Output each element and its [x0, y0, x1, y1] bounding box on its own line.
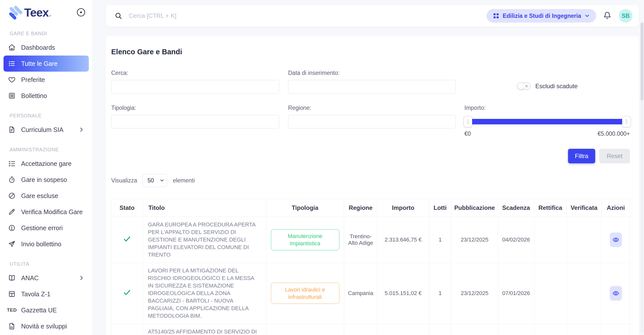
- filter-escludi: ✕ Escludi scadute: [464, 70, 630, 93]
- sidebar-item-gare-in-sospeso[interactable]: Gare in sospeso: [4, 172, 89, 188]
- filter-importo: Importo: €0 €5.000.000+: [464, 105, 630, 137]
- workspace-selector[interactable]: Edilizia e Studi di Ingegneria: [487, 9, 596, 23]
- pencil-icon: [8, 208, 16, 216]
- sidebar-item-invio-bollettino[interactable]: Invio bollettino: [4, 236, 89, 252]
- sidebar-item-gare-escluse[interactable]: Gare escluse: [4, 188, 89, 204]
- regione-cell: Campania: [344, 263, 377, 324]
- importo-cell: 2.313.646,75 €: [377, 217, 429, 263]
- notifications-button[interactable]: [603, 12, 611, 20]
- reset-button[interactable]: Reset: [599, 149, 630, 163]
- data-input[interactable]: [288, 80, 456, 93]
- sidebar-item-label: Bollettino: [21, 92, 47, 100]
- sidebar-item-dashboards[interactable]: Dashboards: [4, 39, 89, 56]
- column-header-pubblicazione: Pubblicazione: [451, 199, 498, 217]
- slider-track[interactable]: [464, 119, 630, 124]
- sidebar-item-novit-e-sviluppi[interactable]: Novità e sviluppi: [4, 318, 89, 334]
- sidebar-item-label: Gestione errori: [21, 224, 63, 232]
- workspace-label: Edilizia e Studi di Ingegneria: [503, 13, 581, 19]
- tipologia-input[interactable]: [111, 115, 279, 128]
- sidebar-item-label: Gazzetta UE: [21, 307, 57, 314]
- sidebar-item-label: Tutte le Gare: [21, 60, 58, 67]
- view-gara-button[interactable]: [610, 286, 622, 301]
- sidebar-item-verifica-modifica-gare[interactable]: Verifica Modifica Gare: [4, 204, 89, 220]
- filter-cerca: Cerca:: [111, 70, 279, 93]
- section-label-utilit: UTILITÀ: [10, 261, 89, 267]
- cerca-input[interactable]: [111, 80, 279, 93]
- filter-tipologia: Tipologia:: [111, 105, 279, 137]
- file-text-icon: [8, 126, 16, 133]
- sidebar-item-anac[interactable]: ANAC: [4, 270, 89, 286]
- sidebar-item-tavola-z-1[interactable]: Tavola Z-1: [4, 286, 89, 302]
- regione-input[interactable]: [288, 115, 456, 128]
- column-header-lotti: Lotti: [429, 199, 451, 217]
- lotti-cell: 1: [429, 324, 451, 335]
- filtra-button[interactable]: Filtra: [568, 149, 595, 163]
- sidebar-item-tutte-le-gare[interactable]: Tutte le Gare: [4, 56, 89, 72]
- sidebar-item-gestione-errori[interactable]: Gestione errori: [4, 220, 89, 236]
- regione-cell: Trentino-Alto Adige: [344, 324, 377, 335]
- column-header-importo: Importo: [377, 199, 429, 217]
- filter-actions: Filtra Reset: [111, 149, 630, 163]
- tipologia-badge: Lavori idraulici e infrastrutturali: [271, 283, 339, 304]
- escludi-toggle[interactable]: ✕: [517, 82, 531, 90]
- sidebar-item-bollettino[interactable]: Bollettino: [4, 88, 89, 104]
- sidebar-item-label: Novità e sviluppi: [21, 323, 67, 330]
- sidebar-collapse-button[interactable]: [76, 8, 86, 18]
- sidebar-item-accettazione-gare[interactable]: Accettazione gare: [4, 156, 89, 172]
- table-body: GARA EUROPEA A PROCEDURA APERTA PER L'AP…: [111, 217, 630, 335]
- regione-label: Regione:: [288, 105, 456, 111]
- table-header-row: StatoTitoloTipologiaRegioneImportoLottiP…: [111, 199, 630, 217]
- toggle-knob: [517, 83, 524, 89]
- grid-icon: [493, 13, 499, 19]
- avatar[interactable]: SB: [619, 9, 632, 23]
- column-header-scadenza: Scadenza: [498, 199, 534, 217]
- sidebar-item-curriculum-sia[interactable]: Curriculum SIA: [4, 122, 89, 138]
- ted-icon: TED: [8, 306, 16, 314]
- chevron-right-icon: [79, 127, 84, 132]
- pubblicazione-cell: 23/12/2025: [451, 217, 498, 263]
- main-content: Elenco Gare e Bandi Cerca: Data di inser…: [106, 36, 639, 335]
- view-gara-button[interactable]: [610, 232, 622, 247]
- eye-icon: [612, 236, 619, 243]
- gare-table: StatoTitoloTipologiaRegioneImportoLottiP…: [111, 199, 630, 335]
- verificata-cell: [567, 217, 602, 263]
- column-header-regione: Regione: [344, 199, 377, 217]
- slider-scale: €0 €5.000.000+: [464, 130, 630, 137]
- scrollbar-thumb[interactable]: [640, 23, 643, 101]
- verificata-cell: [567, 263, 602, 324]
- rettifica-cell: [534, 217, 567, 263]
- home-icon: [8, 44, 16, 51]
- slider-handle-max[interactable]: [622, 116, 631, 127]
- sidebar-item-label: Invio bollettino: [21, 241, 61, 248]
- sidebar-item-preferite[interactable]: Preferite: [4, 72, 89, 88]
- page-size-row: Visualizza 50 elementi: [111, 174, 630, 187]
- filters: Cerca: Data di inserimento: ✕ Escludi sc…: [111, 70, 630, 137]
- slider-handle-min[interactable]: [464, 116, 472, 127]
- table-row: AT5140/25 AFFIDAMENTO DI SERVIZIO DI PRO…: [111, 324, 630, 335]
- data-label: Data di inserimento:: [288, 70, 456, 76]
- slash-circle-icon: [8, 192, 16, 200]
- sidebar-item-label: Gare in sospeso: [21, 176, 67, 183]
- column-header-stato: Stato: [111, 199, 143, 217]
- app-title: Teex.: [24, 6, 52, 19]
- logo-row: Teex.: [0, 0, 92, 20]
- cerca-label: Cerca:: [111, 70, 279, 76]
- bell-icon: [603, 12, 611, 20]
- escludi-label: Escludi scadute: [535, 83, 578, 90]
- sidebar-item-label: Verifica Modifica Gare: [21, 208, 83, 216]
- lotti-cell: 1: [429, 217, 451, 263]
- tipologia-badge: Manutenzione impiantistica: [271, 229, 339, 250]
- topbar: Edilizia e Studi di Ingegneria SB: [106, 5, 639, 27]
- sidebar-item-gazzetta-ue[interactable]: TEDGazzetta UE: [4, 302, 89, 318]
- checklist-icon: [8, 160, 16, 167]
- search-input[interactable]: [129, 12, 487, 19]
- visualizza-label: Visualizza: [111, 177, 137, 184]
- stopwatch-icon: [8, 176, 16, 183]
- heart-icon: [8, 76, 16, 83]
- tipologia-label: Tipologia:: [111, 105, 279, 111]
- page-size-select[interactable]: 50: [143, 174, 167, 187]
- rettifica-cell: [534, 263, 567, 324]
- teex-logo-icon: [8, 5, 23, 20]
- sidebar-item-label: Curriculum SIA: [21, 126, 63, 133]
- filter-data: Data di inserimento:: [288, 70, 456, 93]
